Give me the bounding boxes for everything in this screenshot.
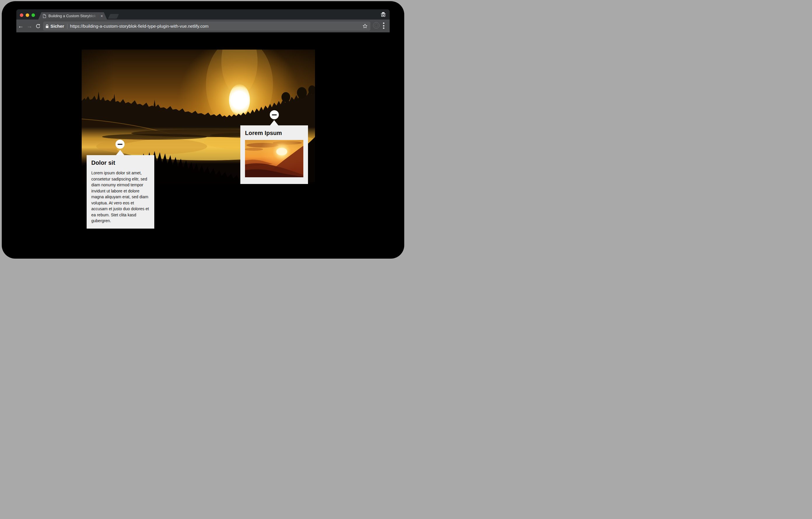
url-separator: [67, 24, 67, 29]
screenshot-canvas: Building a Custom Storyblok Fi × ← →: [0, 0, 406, 260]
incognito-icon: [380, 12, 386, 17]
browser-window: Building a Custom Storyblok Fi × ← →: [16, 9, 390, 250]
tooltip-pointer-2: [270, 120, 279, 126]
tooltip-dolor-sit: Dolor sit Lorem ipsum dolor sit amet, co…: [87, 155, 154, 228]
reload-icon: [36, 24, 40, 29]
browser-tab[interactable]: Building a Custom Storyblok Fi ×: [38, 12, 107, 20]
browser-toolbar: ← → Sicher https://building-a-custom-: [16, 20, 390, 32]
menu-dots-icon[interactable]: [383, 23, 384, 29]
tab-strip: Building a Custom Storyblok Fi ×: [16, 9, 390, 20]
minus-icon: [118, 144, 122, 145]
tab-close-icon[interactable]: ×: [100, 14, 103, 18]
tab-title: Building a Custom Storyblok Fi: [49, 14, 99, 18]
forward-button[interactable]: →: [26, 20, 33, 32]
minimize-window-button[interactable]: [26, 13, 29, 17]
document-icon: [43, 14, 46, 18]
lock-icon: [46, 24, 49, 28]
bookmark-star-icon[interactable]: [362, 24, 368, 29]
tooltip-title: Lorem Ipsum: [245, 130, 303, 136]
url-bar[interactable]: Sicher https://building-a-custom-storybl…: [43, 22, 370, 31]
security-label: Sicher: [51, 24, 64, 29]
back-button[interactable]: ←: [17, 20, 25, 32]
tooltip-body: Lorem ipsum dolor sit amet, consetetur s…: [91, 170, 150, 224]
close-window-button[interactable]: [20, 13, 23, 17]
hotspot-marker-2[interactable]: [270, 110, 279, 119]
new-tab-button[interactable]: [108, 14, 119, 19]
tooltip-lorem-ipsum: Lorem Ipsum: [240, 125, 308, 184]
tooltip-title: Dolor sit: [91, 159, 150, 166]
tooltip-pointer-1: [116, 150, 124, 155]
device-frame: Building a Custom Storyblok Fi × ← →: [2, 1, 404, 258]
extension-badge-icon[interactable]: [373, 22, 379, 29]
zoom-window-button[interactable]: [31, 13, 35, 17]
url-text[interactable]: https://building-a-custom-storyblok-fiel…: [70, 24, 360, 29]
page-content: Dolor sit Lorem ipsum dolor sit amet, co…: [16, 32, 390, 250]
window-controls: [20, 13, 35, 17]
minus-icon: [272, 114, 277, 116]
reload-button[interactable]: [34, 20, 42, 32]
tooltip-thumbnail-image: [245, 140, 303, 177]
hotspot-marker-1[interactable]: [116, 140, 124, 149]
